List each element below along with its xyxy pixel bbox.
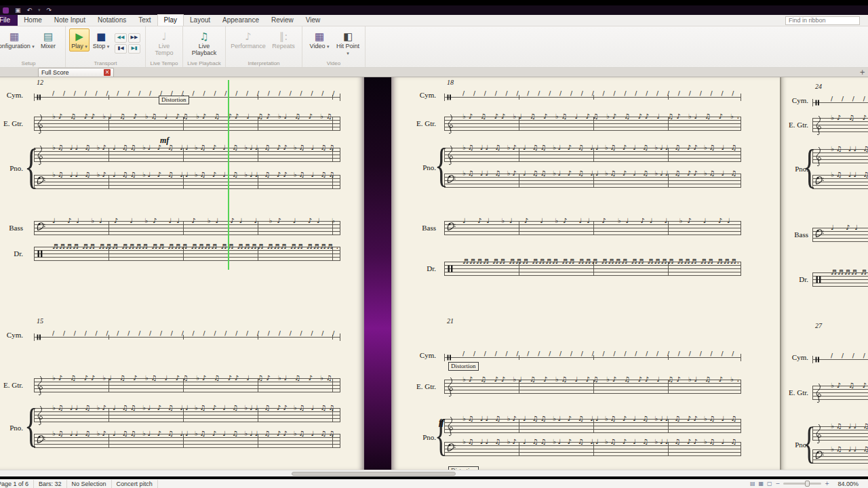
tab-play[interactable]: Play (157, 14, 184, 26)
staff[interactable]: ♭♪ ♫ ♪♪ ♭♩ ♫ ♪ ♭♫ ♩ ♪♫ ♭♪ ♫ ♪♪ ♩ ♫♪ ♭♩ ♫… (34, 117, 340, 131)
treble-clef-icon (36, 375, 44, 396)
staff[interactable]: / / / / / / / / / / / / / / / / / / / / … (444, 94, 741, 101)
group-label-interpretation: Interpretation (226, 60, 302, 66)
staff[interactable]: ♬♬♬♬ ♬♬ ♬♬♬ ♬♬♬♬ ♬♬ ♬♬♬ ♬♬♬♬ ♬♬ ♬♬♬♬ ♬♬♬… (444, 262, 741, 276)
score-page[interactable]: 12/ / / / / / / / / / / / / / / / / / / … (0, 77, 364, 470)
configuration-label: Configuration (0, 43, 31, 49)
zoom-slider[interactable] (783, 483, 821, 485)
mixer-button[interactable]: ▤ Mixer (35, 28, 62, 52)
notes-run: ♩ ♪♩ ♭♩ ♪ ♩ ♭♪ ♩♩ ♪ ♭♩ ♪♩ ♩ ♭♪ ♩ ♪♩ ♭♩ ♪… (831, 224, 868, 231)
close-tab-icon[interactable]: × (104, 69, 111, 76)
tab-home[interactable]: Home (18, 15, 48, 26)
staff[interactable]: ♭♫ ♩♩ ♫ ♭♪ ♩ ♫♫ ♭♩ ♪ ♫ ♩♩ ♭♫ ♪ ♩ ♫ ♭♩♩ ♫… (444, 419, 741, 433)
rewind-button[interactable]: ◀◀ (115, 33, 127, 43)
hit-point-icon: ◧ (343, 30, 353, 43)
zoom-out-icon[interactable]: − (776, 481, 781, 487)
staff[interactable]: ♭♫ ♩♩ ♫ ♭♪ ♩ ♫♫ ♭♩ ♪ ♫ ♩♩ ♭♫ ♪ ♩ ♫ ♭♩♩ ♫… (34, 434, 340, 448)
notes-run: ♭♪ ♫ ♪♪ ♭♩ ♫ ♪ ♭♫ ♩ ♪♫ ♭♪ ♫ ♪♪ ♩ ♫♪ ♭♩ ♫… (462, 375, 738, 383)
staff[interactable]: / / / / / / / / / / / / / / / / / / / / … (812, 99, 868, 106)
staff[interactable]: ♭♪ ♫ ♪♪ ♭♩ ♫ ♪ ♭♫ ♩ ♪♫ ♭♪ ♫ ♪♪ ♩ ♫♪ ♭♩ ♫… (812, 386, 868, 400)
staff[interactable]: ♩ ♪♩ ♭♩ ♪ ♩ ♭♪ ♩♩ ♪ ♭♩ ♪♩ ♩ ♭♪ ♩ ♪♩ ♭♩ ♪… (812, 228, 868, 242)
piano-brace: { (803, 147, 808, 187)
tab-file[interactable]: File (0, 15, 18, 26)
performance-button[interactable]: ♪ Performance (229, 28, 267, 52)
staff[interactable]: ♩ ♪♩ ♭♩ ♪ ♩ ♭♪ ♩♩ ♪ ♭♩ ♪♩ ♩ ♭♪ ♩ ♪♩ ♭♩ ♪… (34, 221, 340, 235)
notes-run: ♭♫ ♩♩ ♫ ♭♪ ♩ ♫♫ ♭♩ ♪ ♫ ♩♩ ♭♫ ♪ ♩ ♫ ♭♩♩ ♫… (52, 171, 338, 178)
hit-point-button[interactable]: ◧ Hit Point ▾ (334, 28, 361, 58)
status-pitch-mode[interactable]: Concert pitch (112, 480, 158, 488)
staff[interactable]: ♩ ♪♩ ♭♩ ♪ ♩ ♭♪ ♩♩ ♪ ♭♩ ♪♩ ♩ ♭♪ ♩ ♪♩ ♭♩ ♪… (444, 221, 741, 235)
percussion-clef-icon (816, 276, 821, 283)
group-label-live-tempo: Live Tempo (146, 60, 182, 66)
move-to-end-button[interactable]: ▶▮ (128, 44, 140, 54)
redo-icon[interactable]: ↷ (47, 7, 52, 14)
view-mode-panorama-icon[interactable]: ▤ (750, 481, 755, 487)
treble-clef-icon (814, 383, 823, 403)
staff[interactable]: ♬♬♬♬ ♬♬ ♬♬♬ ♬♬♬♬ ♬♬ ♬♬♬ ♬♬♬♬ ♬♬ ♬♬♬♬ ♬♬♬… (34, 247, 340, 261)
staff[interactable]: ♭♫ ♩♩ ♫ ♭♪ ♩ ♫♫ ♭♩ ♪ ♫ ♩♩ ♭♫ ♪ ♩ ♫ ♭♩♩ ♫… (444, 148, 741, 162)
staff[interactable]: ♭♫ ♩♩ ♫ ♭♪ ♩ ♫♫ ♭♩ ♪ ♫ ♩♩ ♭♫ ♪ ♩ ♫ ♭♩♩ ♫… (812, 449, 868, 464)
tab-layout[interactable]: Layout (184, 15, 216, 26)
score-area[interactable]: 12/ / / / / / / / / / / / / / / / / / / … (0, 77, 868, 470)
configuration-button[interactable]: ▦ Configuration ▾ (0, 28, 33, 52)
zoom-slider-thumb[interactable] (805, 481, 810, 487)
tab-appearance[interactable]: Appearance (216, 15, 265, 26)
live-tempo-button[interactable]: ♩ Live Tempo (149, 28, 179, 58)
instrument-label: Dr. (391, 264, 436, 272)
staff[interactable]: ♭♪ ♫ ♪♪ ♭♩ ♫ ♪ ♭♫ ♩ ♪♫ ♭♪ ♫ ♪♪ ♩ ♫♪ ♭♩ ♫… (34, 378, 340, 392)
group-label-transport: Transport (66, 60, 145, 66)
view-mode-single-icon[interactable]: ▢ (767, 481, 772, 487)
staff[interactable]: / / / / / / / / / / / / / / / / / / / / … (34, 333, 340, 341)
staff[interactable]: ♬♬♬♬ ♬♬ ♬♬♬ ♬♬♬♬ ♬♬ ♬♬♬ ♬♬♬♬ ♬♬ ♬♬♬♬ ♬♬♬… (812, 272, 868, 287)
staff[interactable]: / / / / / / / / / / / / / / / / / / / / … (444, 354, 741, 361)
undo-icon[interactable]: ↶ (27, 7, 33, 14)
undo-dropdown-icon[interactable]: ▾ (38, 8, 41, 13)
treble-clef-icon (446, 416, 454, 436)
staff[interactable]: ♭♫ ♩♩ ♫ ♭♪ ♩ ♫♫ ♭♩ ♪ ♫ ♩♩ ♭♫ ♪ ♩ ♫ ♭♩♩ ♫… (444, 442, 741, 456)
horizontal-scrollbar-thumb[interactable] (292, 472, 456, 476)
score-page[interactable]: 18/ / / / / / / / / / / / / / / / / / / … (391, 77, 780, 470)
staff[interactable]: ♭♫ ♩♩ ♫ ♭♪ ♩ ♫♫ ♭♩ ♪ ♫ ♩♩ ♭♫ ♪ ♩ ♫ ♭♩♩ ♫… (34, 408, 340, 422)
notes-run: / / / / / / / / / / / / / / / / / / / / … (52, 330, 338, 337)
bar-number: 21 (447, 317, 454, 325)
repeats-button[interactable]: ∥: Repeats (269, 28, 298, 52)
play-button[interactable]: ▶ Play ▾ (69, 28, 90, 52)
staff[interactable]: ♭♫ ♩♩ ♫ ♭♪ ♩ ♫♫ ♭♩ ♪ ♫ ♩♩ ♭♫ ♪ ♩ ♫ ♭♩♩ ♫… (812, 175, 868, 189)
video-button[interactable]: ▦ Video ▾ (306, 28, 333, 52)
staff[interactable]: ♭♫ ♩♩ ♫ ♭♪ ♩ ♫♫ ♭♩ ♪ ♫ ♩♩ ♭♫ ♪ ♩ ♫ ♭♩♩ ♫… (444, 174, 741, 188)
stop-button[interactable]: ■ Stop ▾ (91, 28, 111, 52)
staff[interactable]: ♭♫ ♩♩ ♫ ♭♪ ♩ ♫♫ ♭♩ ♪ ♫ ♩♩ ♭♫ ♪ ♩ ♫ ♭♩♩ ♫… (34, 148, 340, 162)
app-icon (3, 7, 9, 14)
notes-run: / / / / / / / / / / / / / / / / / / / / … (831, 352, 868, 359)
zoom-in-icon[interactable]: + (825, 481, 829, 487)
horizontal-scrollbar[interactable] (0, 470, 868, 476)
notes-run: ♭♫ ♩♩ ♫ ♭♪ ♩ ♫♫ ♭♩ ♪ ♫ ♩♩ ♭♫ ♪ ♩ ♫ ♭♩♩ ♫… (52, 404, 338, 411)
piano-brace: { (24, 146, 30, 187)
tab-view[interactable]: View (300, 15, 327, 26)
instrument-label: Cym. (0, 331, 23, 339)
staff[interactable]: ♭♪ ♫ ♪♪ ♭♩ ♫ ♪ ♭♫ ♩ ♪♫ ♭♪ ♫ ♪♪ ♩ ♫♪ ♭♩ ♫… (444, 117, 741, 131)
score-page[interactable]: 24/ / / / / / / / / / / / / / / / / / / … (780, 77, 868, 470)
tab-note-input[interactable]: Note Input (48, 15, 92, 26)
tab-text[interactable]: Text (132, 15, 157, 26)
instrument-label: Cym. (781, 353, 808, 361)
staff[interactable]: ♭♫ ♩♩ ♫ ♭♪ ♩ ♫♫ ♭♩ ♪ ♫ ♩♩ ♭♫ ♪ ♩ ♫ ♭♩♩ ♫… (812, 426, 868, 441)
staff[interactable]: ♭♫ ♩♩ ♫ ♭♪ ♩ ♫♫ ♭♩ ♪ ♫ ♩♩ ♭♫ ♪ ♩ ♫ ♭♩♩ ♫… (34, 175, 340, 189)
find-in-ribbon-input[interactable]: Find in ribbon (785, 16, 860, 25)
percussion-clef-icon (448, 265, 453, 272)
staff[interactable]: ♭♫ ♩♩ ♫ ♭♪ ♩ ♫♫ ♭♩ ♪ ♫ ♩♩ ♭♫ ♪ ♩ ♫ ♭♩♩ ♫… (812, 149, 868, 163)
tab-notations[interactable]: Notations (92, 15, 132, 26)
staff[interactable]: ♭♪ ♫ ♪♪ ♭♩ ♫ ♪ ♭♫ ♩ ♪♫ ♭♪ ♫ ♪♪ ♩ ♫♪ ♭♩ ♫… (444, 380, 741, 394)
live-playback-button[interactable]: ♫ Live Playback (186, 28, 222, 58)
save-icon[interactable]: ▣ (15, 7, 21, 14)
move-to-start-button[interactable]: ▮◀ (115, 44, 127, 54)
video-dropdown-icon: ▾ (327, 44, 330, 49)
fast-forward-button[interactable]: ▶▶ (128, 33, 140, 43)
new-tab-plus-icon[interactable]: + (860, 68, 865, 76)
staff[interactable]: ♭♪ ♫ ♪♪ ♭♩ ♫ ♪ ♭♫ ♩ ♪♫ ♭♪ ♫ ♪♪ ♩ ♫♪ ♭♩ ♫… (812, 118, 868, 132)
document-tab-full-score[interactable]: Full Score × (38, 68, 114, 77)
staff[interactable]: / / / / / / / / / / / / / / / / / / / / … (812, 356, 868, 363)
tab-review[interactable]: Review (265, 15, 300, 26)
notes-run: ♭♫ ♩♩ ♫ ♭♪ ♩ ♫♫ ♭♩ ♪ ♫ ♩♩ ♭♫ ♪ ♩ ♫ ♭♩♩ ♫… (831, 422, 868, 430)
view-mode-pages-icon[interactable]: ▦ (758, 481, 764, 487)
